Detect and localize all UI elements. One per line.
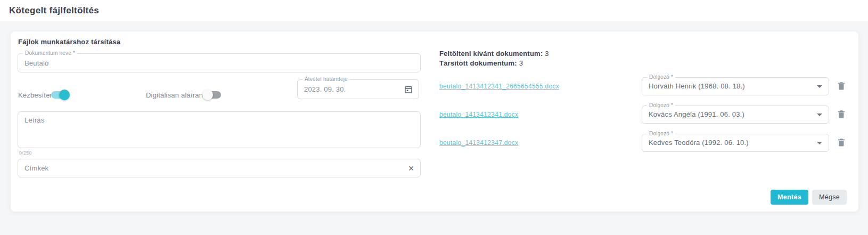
action-bar: Mentés Mégse bbox=[771, 190, 847, 205]
employee-select[interactable]: Dolgozó * Kovács Angéla (1991. 06. 03.) bbox=[642, 106, 829, 124]
to-upload-label: Feltölteni kívánt dokumentum: bbox=[439, 50, 543, 58]
employee-select-value: Horváth Henrik (1968. 08. 18.) bbox=[649, 78, 814, 95]
to-upload-count: 3 bbox=[545, 50, 548, 58]
document-name-field: Dokumentum neve * bbox=[18, 53, 421, 72]
file-link[interactable]: beutalo_1413412341_2665654555.docx bbox=[439, 77, 559, 95]
page-title: Kötegelt fájlfeltöltés bbox=[0, 0, 868, 21]
summary-line-to-upload: Feltölteni kívánt dokumentum:3 bbox=[439, 49, 549, 59]
chevron-down-icon bbox=[817, 85, 822, 88]
assigned-label: Társított dokumentum: bbox=[439, 59, 517, 67]
employee-select-label: Dolgozó * bbox=[647, 131, 675, 136]
document-name-input[interactable] bbox=[24, 54, 414, 72]
clear-icon[interactable]: ✕ bbox=[408, 164, 414, 173]
batch-upload-card: Fájlok munkatárshoz társítása Dokumentum… bbox=[11, 31, 858, 212]
summary-line-assigned: Társított dokumentum:3 bbox=[439, 59, 549, 68]
file-link[interactable]: beutalo_1413412341.docx bbox=[439, 106, 518, 124]
assignment-row: beutalo_1413412341.docx Dolgozó * Kovács… bbox=[11, 106, 858, 124]
employee-select-label: Dolgozó * bbox=[647, 74, 675, 80]
save-button[interactable]: Mentés bbox=[771, 190, 808, 205]
employee-select[interactable]: Dolgozó * Horváth Henrik (1968. 08. 18.) bbox=[642, 77, 829, 95]
employee-select-label: Dolgozó * bbox=[647, 102, 675, 108]
chevron-down-icon bbox=[817, 114, 822, 116]
file-link[interactable]: beutalo_1413412347.docx bbox=[439, 134, 518, 152]
delete-assignment-button[interactable] bbox=[836, 109, 847, 120]
tags-input[interactable] bbox=[24, 159, 414, 177]
document-name-label: Dokumentum neve * bbox=[23, 50, 77, 56]
section-title: Fájlok munkatárshoz társítása bbox=[18, 38, 120, 46]
tags-field: ✕ bbox=[18, 159, 421, 177]
employee-select-value: Kedves Teodóra (1992. 06. 10.) bbox=[649, 134, 814, 151]
assignment-row: beutalo_1413412341_2665654555.docx Dolgo… bbox=[11, 77, 858, 95]
chevron-down-icon bbox=[817, 142, 822, 144]
employee-select-value: Kovács Angéla (1991. 06. 03.) bbox=[649, 106, 814, 123]
employee-select[interactable]: Dolgozó * Kedves Teodóra (1992. 06. 10.) bbox=[642, 134, 829, 152]
cancel-button[interactable]: Mégse bbox=[812, 190, 847, 205]
upload-summary: Feltölteni kívánt dokumentum:3 Társított… bbox=[439, 49, 549, 68]
assigned-count: 3 bbox=[519, 59, 523, 67]
page-header: Kötegelt fájlfeltöltés bbox=[0, 0, 868, 21]
assignment-row: beutalo_1413412347.docx Dolgozó * Kedves… bbox=[11, 134, 858, 152]
batch-file-upload-screen: Kötegelt fájlfeltöltés Fájlok munkatársh… bbox=[0, 0, 868, 235]
delete-assignment-button[interactable] bbox=[836, 81, 847, 92]
delete-assignment-button[interactable] bbox=[836, 137, 847, 148]
